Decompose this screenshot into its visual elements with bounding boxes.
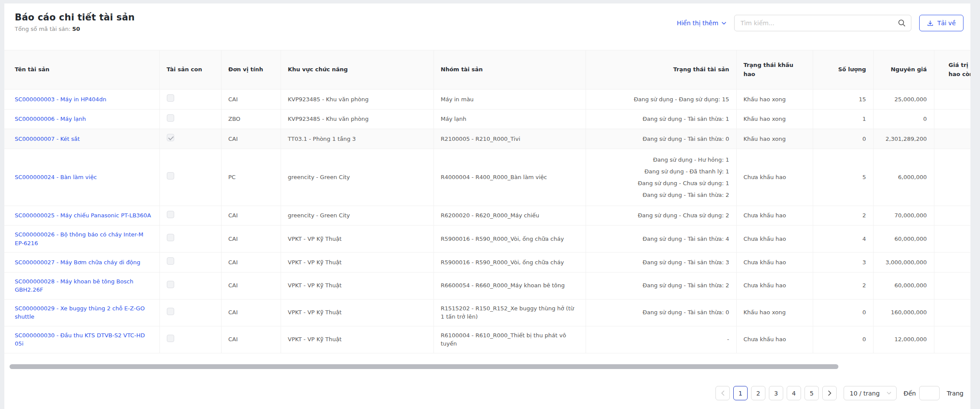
- status-cell: Đang sử dụng - Tài sản thừa: 2: [586, 272, 736, 299]
- show-more-label: Hiển thị thêm: [677, 20, 718, 27]
- child-asset-checkbox[interactable]: [167, 308, 174, 315]
- unit-cell: CAI: [221, 226, 281, 253]
- total-assets-value: 50: [72, 26, 80, 32]
- status-cell: Đang sử dụng - Tài sản thừa: 0: [586, 299, 736, 326]
- asset-name-link[interactable]: SC000000029 - Xe buggy thùng 2 chỗ E-Z-G…: [15, 305, 145, 320]
- original-cost-cell: 2,301,289,200: [873, 129, 934, 149]
- child-asset-checkbox[interactable]: [167, 257, 174, 265]
- pagination-page-2[interactable]: 2: [751, 386, 765, 400]
- jump-to-suffix-label: Trang: [947, 390, 963, 397]
- child-asset-checkbox[interactable]: [167, 211, 174, 218]
- depreciation-cell: Khấu hao xong: [736, 109, 813, 129]
- pagination-prev-button[interactable]: [715, 386, 730, 400]
- remaining-value-cell: [934, 90, 970, 110]
- child-asset-checkbox[interactable]: [167, 172, 174, 180]
- quantity-cell: 2: [813, 272, 873, 299]
- search-icon[interactable]: [898, 19, 906, 27]
- asset-name-link[interactable]: SC000000028 - Máy khoan bê tông Bosch GB…: [15, 278, 133, 293]
- pagination-page-3[interactable]: 3: [769, 386, 783, 400]
- original-cost-cell: 0: [873, 109, 934, 129]
- search-input[interactable]: [734, 15, 911, 31]
- remaining-value-cell: [934, 253, 970, 273]
- status-cell: Đang sử dụng - Tài sản thừa: 4: [586, 226, 736, 253]
- asset-name-link[interactable]: SC000000030 - Đầu thu KTS DTVB-S2 VTC-HD…: [15, 332, 145, 347]
- total-assets-summary: Tổng số mã tài sản:50: [15, 26, 135, 32]
- group-cell: Máy lạnh: [434, 109, 586, 129]
- page-size-value: 10 / trang: [850, 390, 880, 397]
- child-asset-checkbox[interactable]: [167, 335, 174, 342]
- asset-name-link[interactable]: SC000000007 - Két sắt: [15, 136, 80, 142]
- download-label: Tải về: [937, 20, 956, 27]
- depreciation-cell: Khấu hao xong: [736, 129, 813, 149]
- area-cell: VPKT - VP Kỹ Thuật: [281, 226, 434, 253]
- asset-name-link[interactable]: SC000000026 - Bộ thông báo có cháy Inter…: [15, 231, 143, 246]
- asset-name-link[interactable]: SC000000003 - Máy in HP404dn: [15, 96, 106, 103]
- column-header-quantity: Số lượng: [813, 50, 873, 90]
- table-row: SC000000003 - Máy in HP404dn CAI KVP9234…: [4, 90, 970, 110]
- depreciation-cell: Chưa khấu hao: [736, 272, 813, 299]
- asset-name-link[interactable]: SC000000024 - Bàn làm việc: [15, 174, 97, 180]
- jump-to-page-input[interactable]: [919, 386, 940, 400]
- column-header-unit: Đơn vị tính: [221, 50, 281, 90]
- quantity-cell: 0: [813, 299, 873, 326]
- column-header-functional-area: Khu vực chức năng: [281, 50, 434, 90]
- unit-cell: CAI: [221, 326, 281, 353]
- jump-to-label: Đến: [904, 390, 916, 397]
- original-cost-cell: 25,000,000: [873, 90, 934, 110]
- asset-name-link[interactable]: SC000000025 - Máy chiếu Panasonic PT-LB3…: [15, 212, 151, 219]
- asset-name-link[interactable]: SC000000027 - Máy Bơm chữa cháy di động: [15, 259, 140, 266]
- table-row: SC000000028 - Máy khoan bê tông Bosch GB…: [4, 272, 970, 299]
- table-row: SC000000027 - Máy Bơm chữa cháy di động …: [4, 253, 970, 273]
- child-asset-checkbox[interactable]: [167, 134, 174, 141]
- column-header-original-cost: Nguyên giá: [873, 50, 934, 90]
- depreciation-cell: Khấu hao xong: [736, 299, 813, 326]
- pagination-page-4[interactable]: 4: [787, 386, 801, 400]
- status-line: Đang sử dụng - Chưa sử dụng: 1: [593, 177, 729, 189]
- area-cell: VPKT - VP Kỹ Thuật: [281, 299, 434, 326]
- table-row: SC000000030 - Đầu thu KTS DTVB-S2 VTC-HD…: [4, 326, 970, 353]
- area-cell: greencity - Green City: [281, 149, 434, 206]
- column-header-depreciation-status: Trạng thái khấu hao: [736, 50, 813, 90]
- quantity-cell: 3: [813, 253, 873, 273]
- quantity-cell: 2: [813, 206, 873, 226]
- table-row: SC000000024 - Bàn làm việc PC greencity …: [4, 149, 970, 206]
- report-card: Báo cáo chi tiết tài sản Tổng số mã tài …: [4, 3, 970, 409]
- original-cost-cell: 160,000,000: [873, 299, 934, 326]
- show-more-link[interactable]: Hiển thị thêm: [677, 20, 726, 27]
- chevron-down-icon: [722, 22, 726, 25]
- group-cell: R6100004 - R610_R000_Thiết bị thu phát v…: [434, 326, 586, 353]
- asset-name-link[interactable]: SC000000006 - Máy lạnh: [15, 116, 86, 122]
- remaining-value-cell: [934, 149, 970, 206]
- pagination-next-button[interactable]: [822, 386, 837, 400]
- area-cell: TT03.1 - Phòng 1 tầng 3: [281, 129, 434, 149]
- column-header-child-asset: Tài sản con: [159, 50, 221, 90]
- status-cell: Đang sử dụng - Tài sản thừa: 0: [586, 129, 736, 149]
- depreciation-cell: Chưa khấu hao: [736, 326, 813, 353]
- child-asset-checkbox[interactable]: [167, 94, 174, 102]
- status-line: Đang sử dụng - Tài sản thừa: 2: [593, 189, 729, 201]
- download-icon: [927, 20, 934, 27]
- unit-cell: CAI: [221, 299, 281, 326]
- group-cell: Máy in màu: [434, 90, 586, 110]
- unit-cell: CAI: [221, 129, 281, 149]
- download-button[interactable]: Tải về: [919, 15, 963, 31]
- pagination-page-1[interactable]: 1: [733, 386, 748, 400]
- original-cost-cell: 12,000,000: [873, 326, 934, 353]
- quantity-cell: 0: [813, 326, 873, 353]
- depreciation-cell: Chưa khấu hao: [736, 149, 813, 206]
- search-box: [734, 15, 911, 31]
- table-row: SC000000007 - Két sắt CAI TT03.1 - Phòng…: [4, 129, 970, 149]
- horizontal-scrollbar[interactable]: [10, 364, 838, 369]
- remaining-value-cell: [934, 299, 970, 326]
- remaining-value-cell: [934, 272, 970, 299]
- status-line: Đang sử dụng - Đã thanh lý: 1: [593, 166, 729, 177]
- area-cell: greencity - Green City: [281, 206, 434, 226]
- child-asset-checkbox[interactable]: [167, 281, 174, 288]
- unit-cell: ZBO: [221, 109, 281, 129]
- child-asset-checkbox[interactable]: [167, 114, 174, 122]
- pagination-page-5[interactable]: 5: [805, 386, 819, 400]
- total-assets-label: Tổng số mã tài sản:: [15, 26, 70, 32]
- child-asset-checkbox[interactable]: [167, 234, 174, 241]
- page-size-select[interactable]: 10 / trang: [844, 386, 897, 400]
- area-cell: VPKT - VP Kỹ Thuật: [281, 253, 434, 273]
